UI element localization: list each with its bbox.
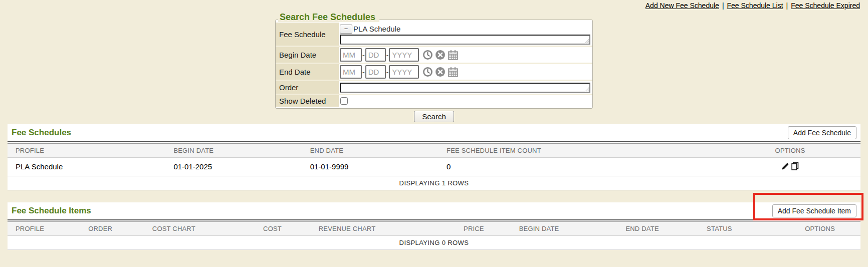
col-item-count: FEE SCHEDULE ITEM COUNT <box>443 144 720 158</box>
fee-schedule-items-titlebar: Fee Schedule Items Add Fee Schedule Item <box>8 202 860 219</box>
fee-schedule-items-header-row: PROFILE ORDER COST CHART COST REVENUE CH… <box>8 222 860 236</box>
order-input-area <box>339 81 592 94</box>
begin-date-month-input[interactable] <box>340 48 362 62</box>
col-begin-date: BEGIN DATE <box>515 222 622 236</box>
col-profile: PROFILE <box>8 144 169 158</box>
fee-schedule-items-title: Fee Schedule Items <box>12 204 91 217</box>
form-row-end-date: End Date - - <box>276 63 592 80</box>
begin-date-day-input[interactable] <box>365 48 386 62</box>
fee-schedules-panel: Fee Schedules Add Fee Schedule PROFILE B… <box>8 124 860 190</box>
displaying-rows-status: DISPLAYING 1 ROWS <box>8 176 860 190</box>
col-revenue-chart: REVENUE CHART <box>315 222 460 236</box>
search-form-title: Search Fee Schedules <box>278 12 379 22</box>
fee-schedules-table: PROFILE BEGIN DATE END DATE FEE SCHEDULE… <box>8 144 860 190</box>
add-fee-schedule-item-button[interactable]: Add Fee Schedule Item <box>772 204 856 217</box>
col-profile: PROFILE <box>8 222 84 236</box>
date-separator: - <box>386 51 389 59</box>
copy-icon[interactable] <box>791 162 799 170</box>
page: Add New Fee Schedule|Fee Schedule List|F… <box>0 0 868 267</box>
pencil-icon[interactable] <box>781 162 789 170</box>
calendar-icon[interactable] <box>448 50 459 61</box>
displaying-rows-status: DISPLAYING 0 ROWS <box>8 235 860 249</box>
end-date-month-input[interactable] <box>340 65 362 79</box>
col-cost-chart: COST CHART <box>148 222 259 236</box>
minus-icon: − <box>344 26 348 32</box>
begin-date-label: Begin Date <box>276 47 339 63</box>
fee-schedule-items-status-row: DISPLAYING 0 ROWS <box>8 235 860 249</box>
fee-schedules-status-row: DISPLAYING 1 ROWS <box>8 176 860 190</box>
end-date-year-input[interactable] <box>389 65 419 79</box>
fee-schedules-title: Fee Schedules <box>12 126 71 139</box>
begin-date-input-area: - - <box>339 47 592 63</box>
link-add-new-fee-schedule[interactable]: Add New Fee Schedule <box>645 2 719 10</box>
form-row-order: Order <box>276 80 592 94</box>
form-row-begin-date: Begin Date - - <box>276 46 592 63</box>
link-fee-schedule-expired[interactable]: Fee Schedule Expired <box>791 2 860 10</box>
fee-schedules-header-row: PROFILE BEGIN DATE END DATE FEE SCHEDULE… <box>8 144 860 158</box>
fee-schedule-label: Fee Schedule <box>276 23 339 46</box>
clock-icon[interactable] <box>422 50 433 60</box>
cell-options <box>720 158 860 176</box>
search-button-row: Search <box>0 111 868 122</box>
show-deleted-input-area <box>339 95 592 107</box>
fee-schedule-tree: − PLA Schedule <box>340 24 590 34</box>
show-deleted-checkbox[interactable] <box>340 97 348 105</box>
fee-schedule-input-area: − PLA Schedule <box>339 23 592 46</box>
add-fee-schedule-button[interactable]: Add Fee Schedule <box>788 126 856 139</box>
x-circle-icon[interactable] <box>435 67 446 77</box>
col-cost: COST <box>259 222 315 236</box>
end-date-label: End Date <box>276 64 339 80</box>
tree-collapse-button[interactable]: − <box>340 25 352 34</box>
col-status: STATUS <box>703 222 779 236</box>
col-begin-date: BEGIN DATE <box>169 144 306 158</box>
date-separator: - <box>362 51 365 59</box>
top-nav-links: Add New Fee Schedule|Fee Schedule List|F… <box>645 2 860 10</box>
link-fee-schedule-list[interactable]: Fee Schedule List <box>727 2 783 10</box>
link-separator: | <box>722 2 724 10</box>
x-circle-icon[interactable] <box>435 50 446 60</box>
search-fee-schedules-form: Search Fee Schedules Fee Schedule − PLA … <box>275 20 593 109</box>
col-end-date: END DATE <box>621 222 703 236</box>
fee-schedules-titlebar: Fee Schedules Add Fee Schedule <box>8 124 860 141</box>
fee-schedule-search-input[interactable] <box>340 35 590 45</box>
order-input[interactable] <box>340 83 590 93</box>
cell-item-count: 0 <box>443 158 720 176</box>
date-separator: - <box>386 68 389 76</box>
end-date-input-area: - - <box>339 64 592 80</box>
fee-schedule-items-panel: Fee Schedule Items Add Fee Schedule Item… <box>8 202 860 250</box>
form-row-show-deleted: Show Deleted <box>276 94 592 107</box>
table-row: PLA Schedule 01-01-2025 01-01-9999 0 <box>8 158 860 176</box>
order-label: Order <box>276 81 339 94</box>
col-options: OPTIONS <box>779 222 860 236</box>
calendar-icon[interactable] <box>448 67 459 78</box>
cell-end-date: 01-01-9999 <box>306 158 443 176</box>
begin-date-year-input[interactable] <box>389 48 419 62</box>
col-order: ORDER <box>84 222 148 236</box>
show-deleted-label: Show Deleted <box>276 95 339 107</box>
cell-profile: PLA Schedule <box>8 158 169 176</box>
search-button[interactable]: Search <box>414 111 454 122</box>
fee-schedule-items-table: PROFILE ORDER COST CHART COST REVENUE CH… <box>8 222 860 249</box>
clock-icon[interactable] <box>422 67 433 77</box>
form-row-fee-schedule: Fee Schedule − PLA Schedule <box>276 23 592 46</box>
col-options: OPTIONS <box>720 144 860 158</box>
col-price: PRICE <box>460 222 515 236</box>
link-separator: | <box>786 2 788 10</box>
col-end-date: END DATE <box>306 144 443 158</box>
end-date-day-input[interactable] <box>365 65 386 79</box>
cell-begin-date: 01-01-2025 <box>169 158 306 176</box>
tree-node-pla-schedule[interactable]: PLA Schedule <box>353 25 400 33</box>
date-separator: - <box>362 68 365 76</box>
